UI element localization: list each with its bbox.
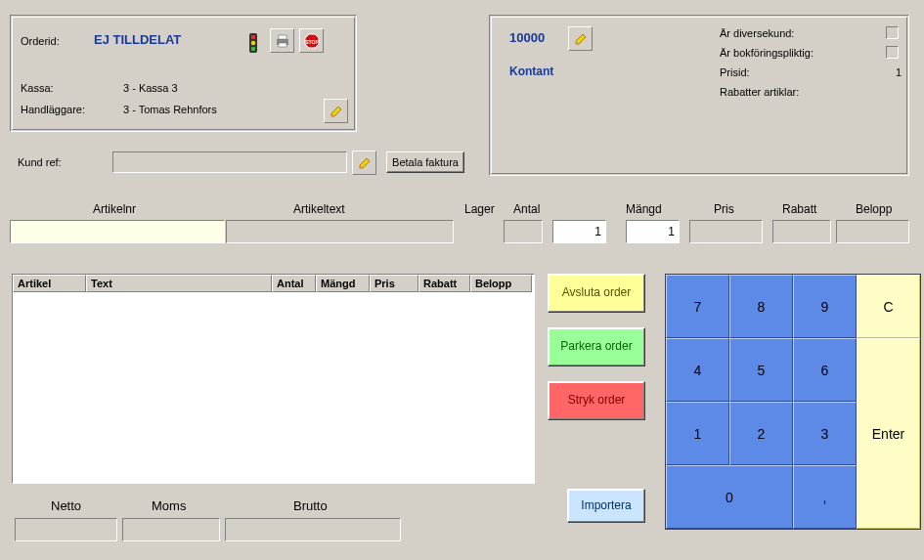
keypad-9[interactable]: 9 <box>793 275 857 338</box>
svg-rect-5 <box>279 35 286 39</box>
stryk-order-label: Stryk order <box>568 393 626 409</box>
col-mangd: Mängd <box>626 202 662 216</box>
netto-label: Netto <box>51 498 81 513</box>
customer-name: Kontant <box>509 65 553 78</box>
prisid-label: Prisid: <box>720 66 750 78</box>
mangd-input[interactable] <box>627 221 679 242</box>
order-panel: Orderid: EJ TILLDELAT STOP Kassa: 3 - Ka… <box>10 15 357 132</box>
rabatt-wrap <box>772 220 831 243</box>
moms-value <box>122 518 220 541</box>
keypad-6[interactable]: 6 <box>793 338 857 402</box>
artikeltext-wrap <box>226 220 454 243</box>
brutto-value <box>225 518 401 541</box>
edit-handler-button[interactable] <box>324 99 348 123</box>
bokforings-label: Är bokföringspliktig: <box>720 47 814 59</box>
grid-head-antal[interactable]: Antal <box>272 275 316 292</box>
stryk-order-button[interactable]: Stryk order <box>548 381 645 420</box>
netto-value <box>15 518 117 541</box>
stop-button[interactable]: STOP <box>299 28 324 53</box>
orderid-value: EJ TILLDELAT <box>94 32 181 47</box>
prisid-value: 1 <box>896 66 902 78</box>
keypad-3[interactable]: 3 <box>793 402 857 465</box>
svg-point-1 <box>250 34 255 39</box>
line-items-grid[interactable]: Artikel Text Antal Mängd Pris Rabatt Bel… <box>12 274 535 484</box>
antal-input[interactable] <box>553 221 605 242</box>
handl-label: Handläggare: <box>21 104 85 115</box>
pris-input[interactable] <box>690 221 762 242</box>
kassa-value: 3 - Kassa 3 <box>123 82 178 94</box>
avsluta-order-label: Avsluta order <box>562 285 631 301</box>
avsluta-order-button[interactable]: Avsluta order <box>548 274 645 313</box>
orderid-label: Orderid: <box>21 35 60 47</box>
keypad-1[interactable]: 1 <box>666 402 729 465</box>
keypad-enter[interactable]: Enter <box>857 338 920 529</box>
col-rabatt: Rabatt <box>782 202 816 216</box>
kassa-label: Kassa: <box>21 82 54 94</box>
kundref-input[interactable] <box>114 153 345 171</box>
print-button[interactable] <box>270 28 294 53</box>
keypad-8[interactable]: 8 <box>729 275 793 338</box>
parkera-order-label: Parkera order <box>560 339 632 355</box>
col-belopp: Belopp <box>856 202 892 216</box>
artikelnr-input[interactable] <box>11 221 224 242</box>
col-artikelnr: Artikelnr <box>93 202 136 216</box>
grid-head-pris[interactable]: Pris <box>370 275 418 292</box>
bokforings-checkbox[interactable] <box>886 46 899 59</box>
col-antal: Antal <box>513 202 540 216</box>
keypad-7[interactable]: 7 <box>666 275 729 338</box>
antal-wrap <box>552 220 606 243</box>
keypad-clear[interactable]: C <box>857 275 920 338</box>
artikeltext-input[interactable] <box>227 221 453 242</box>
artikelnr-wrap <box>10 220 225 243</box>
moms-label: Moms <box>152 498 186 513</box>
svg-rect-6 <box>279 43 286 47</box>
keypad-0[interactable]: 0 <box>666 465 793 529</box>
grid-head-artikel[interactable]: Artikel <box>13 275 86 292</box>
svg-point-2 <box>250 40 255 45</box>
svg-point-3 <box>250 46 255 51</box>
mangd-wrap <box>626 220 680 243</box>
customer-panel: 10000 Kontant Är diversekund: Är bokföri… <box>489 15 909 176</box>
handl-value: 3 - Tomas Rehnfors <box>123 104 217 115</box>
customer-code: 10000 <box>509 30 545 45</box>
grid-head-belopp[interactable]: Belopp <box>470 275 532 292</box>
grid-head-rabatt[interactable]: Rabatt <box>418 275 470 292</box>
keypad: 7 8 9 C 4 5 6 Enter 1 2 3 0 , <box>665 274 921 530</box>
svg-text:STOP: STOP <box>305 39 319 45</box>
importera-button[interactable]: Importera <box>567 489 645 523</box>
keypad-comma[interactable]: , <box>793 465 857 529</box>
rabatt-input[interactable] <box>773 221 830 242</box>
betala-faktura-button[interactable]: Betala faktura <box>386 151 464 173</box>
col-artikeltext: Artikeltext <box>293 202 345 216</box>
rabatt-artiklar-label: Rabatter artiklar: <box>720 86 799 98</box>
diversekund-checkbox[interactable] <box>886 26 899 39</box>
col-lager: Lager <box>464 202 495 216</box>
parkera-order-button[interactable]: Parkera order <box>548 327 645 366</box>
keypad-2[interactable]: 2 <box>729 402 793 465</box>
lager-wrap <box>504 220 543 243</box>
col-pris: Pris <box>714 202 734 216</box>
edit-kundref-button[interactable] <box>352 151 376 175</box>
grid-head-text[interactable]: Text <box>86 275 272 292</box>
importera-label: Importera <box>581 498 631 514</box>
traffic-light-icon[interactable] <box>241 30 265 55</box>
kundref-label: Kund ref: <box>18 156 62 168</box>
lager-input[interactable] <box>505 221 542 242</box>
keypad-5[interactable]: 5 <box>729 338 793 402</box>
keypad-4[interactable]: 4 <box>666 338 729 402</box>
kundref-field-wrap <box>112 151 347 173</box>
betala-faktura-label: Betala faktura <box>392 156 459 168</box>
belopp-wrap <box>836 220 909 243</box>
grid-head-mangd[interactable]: Mängd <box>316 275 370 292</box>
edit-customer-button[interactable] <box>568 26 593 51</box>
brutto-label: Brutto <box>293 498 328 513</box>
diversekund-label: Är diversekund: <box>720 27 794 39</box>
pris-wrap <box>689 220 763 243</box>
belopp-input[interactable] <box>837 221 908 242</box>
